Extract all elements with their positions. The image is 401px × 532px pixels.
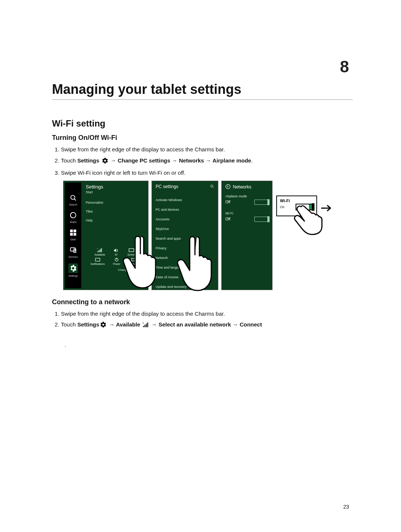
pcsettings-item: Ease of Access xyxy=(152,275,218,280)
search-icon xyxy=(69,194,77,202)
connect-step-2-connect: Connect xyxy=(239,321,262,328)
svg-rect-13 xyxy=(129,249,134,252)
settings-item-tiles: Tiles xyxy=(82,209,148,214)
connect-step-1: Swipe from the right edge of the display… xyxy=(61,309,353,319)
connect-step-2-pre: Touch xyxy=(61,321,77,328)
svg-line-19 xyxy=(213,187,214,188)
gear-icon xyxy=(100,321,107,331)
subsection-heading-connecting: Connecting to a network xyxy=(52,298,353,306)
toggle-switch xyxy=(254,200,268,205)
step-2-changepc: Change PC settings xyxy=(118,157,170,164)
qa-screen: Screen xyxy=(127,248,136,256)
connect-step-2-select: Select an available network xyxy=(159,321,231,328)
svg-rect-4 xyxy=(74,229,76,232)
networks-panel: Networks Airplane mode Off Wi-Fi Off xyxy=(221,181,273,290)
toggle-switch-on xyxy=(296,204,313,210)
wifi-toggle: Off xyxy=(222,216,272,223)
pcsettings-title: PC settings xyxy=(156,184,178,189)
step-2-settings: Settings xyxy=(77,157,99,164)
pc-settings-panel: PC settings Activate Windows PC and devi… xyxy=(151,181,218,290)
airplane-label: Airplane mode xyxy=(222,194,272,199)
svg-line-1 xyxy=(74,198,76,200)
pcsettings-item: Time and language xyxy=(152,265,218,270)
svg-rect-10 xyxy=(100,249,101,252)
charm-label-start: Start xyxy=(71,238,76,241)
wifi-detail-panel: Wi-Fi On xyxy=(276,196,317,216)
svg-rect-14 xyxy=(95,258,100,261)
title-rule xyxy=(52,99,353,100)
step-2-pre: Touch xyxy=(61,157,77,164)
svg-rect-23 xyxy=(146,324,147,327)
step-2-airplane: Airplane mode xyxy=(212,157,251,164)
pcsettings-item: SkyDrive xyxy=(152,226,218,231)
airplane-state: Off xyxy=(225,200,230,204)
qa-network: *Available xyxy=(95,248,105,256)
section-heading-wifi: Wi-Fi setting xyxy=(52,118,353,129)
networks-title: Networks xyxy=(233,184,251,190)
settings-item-personalize: Personalize xyxy=(82,200,148,205)
svg-rect-17 xyxy=(131,258,136,261)
devices-icon xyxy=(69,246,77,254)
svg-rect-9 xyxy=(99,250,100,252)
subsection-heading-turning: Turning On/Off Wi-Fi xyxy=(52,134,353,142)
arrow-3: → xyxy=(204,157,212,164)
qa-keyboard: Keyboard xyxy=(128,257,140,265)
settings-flyout-panel: Search Share Start Devices Settings Sett… xyxy=(63,181,149,290)
svg-rect-5 xyxy=(70,233,73,235)
wifi-state: Off xyxy=(225,217,230,221)
pcsettings-item: PC and devices xyxy=(152,207,218,212)
arrow-1b: → xyxy=(107,321,116,328)
settings-icon xyxy=(68,263,78,273)
connect-step-2: Touch Settings → Available * → Select an… xyxy=(61,320,353,331)
pcsettings-item: Update and recovery xyxy=(152,284,218,289)
search-icon xyxy=(210,184,214,189)
share-icon xyxy=(69,211,77,219)
charm-label-settings: Settings xyxy=(68,275,78,277)
start-icon xyxy=(69,229,77,237)
connect-step-2-available: Available xyxy=(116,321,140,328)
wifi-detail-title: Wi-Fi xyxy=(277,196,316,203)
arrow-1: → xyxy=(111,157,118,164)
connect-step-2-settings: Settings xyxy=(77,321,99,328)
svg-rect-24 xyxy=(147,322,148,327)
signal-bars-icon: * xyxy=(143,321,149,331)
charm-label-devices: Devices xyxy=(69,256,78,258)
charm-label-share: Share xyxy=(70,221,77,223)
gear-icon xyxy=(102,157,108,167)
toggle-switch xyxy=(254,217,268,222)
svg-text:*: * xyxy=(97,248,98,250)
pcsettings-item: Activate Windows xyxy=(152,197,218,203)
step-2-period: . xyxy=(251,157,252,164)
airplane-toggle: Off xyxy=(222,199,272,206)
steps-turning: Swipe from the right edge of the display… xyxy=(61,145,353,178)
pcsettings-item: Search and apps xyxy=(152,236,218,241)
step-2-networks: Networks xyxy=(179,157,204,164)
pcsettings-item: Network xyxy=(152,255,218,260)
change-pc-link: Change PC settings xyxy=(82,265,148,272)
steps-connecting: Swipe from the right edge of the display… xyxy=(61,309,353,331)
qa-notifications: Notifications xyxy=(91,257,105,265)
illustration: Search Share Start Devices Settings Sett… xyxy=(63,181,330,290)
svg-point-20 xyxy=(226,184,230,189)
svg-rect-3 xyxy=(70,229,73,232)
wifi-label: Wi-Fi xyxy=(222,211,272,216)
arrow-3b: → xyxy=(231,321,239,328)
svg-rect-21 xyxy=(143,326,144,327)
page-title: Managing your tablet settings xyxy=(52,82,353,97)
step-3: Swipe Wi-Fi icon right or left to turn W… xyxy=(61,168,353,178)
qa-volume: 67 xyxy=(113,248,119,256)
charm-label-search: Search xyxy=(69,203,77,206)
settings-flyout-sub: Start xyxy=(82,190,148,196)
svg-rect-22 xyxy=(144,325,145,327)
step-1: Swipe from the right edge of the display… xyxy=(61,145,353,154)
svg-rect-6 xyxy=(74,233,76,235)
pcsettings-item: Privacy xyxy=(152,246,218,251)
page-number: 23 xyxy=(343,504,349,510)
arrow-2: → xyxy=(170,157,179,164)
charms-bar: Search Share Start Devices Settings xyxy=(65,183,81,288)
step-2: Touch Settings → Change PC settings → Ne… xyxy=(61,156,353,167)
settings-flyout-title: Settings xyxy=(82,181,148,190)
svg-rect-8 xyxy=(97,251,98,252)
trailing-period: . xyxy=(65,342,353,348)
svg-rect-11 xyxy=(101,248,102,252)
